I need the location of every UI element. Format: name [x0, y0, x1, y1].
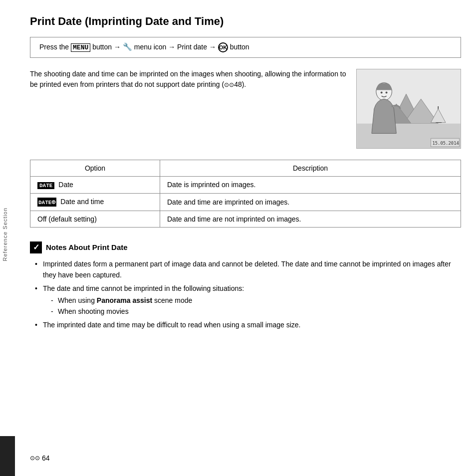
wrench-icon: 🔧 — [123, 42, 132, 51]
table-cell-desc-2: Date and time are imprinted on images. — [160, 193, 461, 211]
options-table: Option Description DATE Date Date is imp… — [30, 160, 461, 228]
ref-num: 48). — [234, 80, 246, 88]
sub-list: When using Panorama assist scene mode Wh… — [43, 295, 461, 317]
date-badge-1: DATE — [37, 182, 54, 189]
sidebar: Reference Section — [0, 150, 10, 319]
svg-point-10 — [386, 92, 388, 94]
notes-list: Imprinted dates form a permanent part of… — [30, 258, 461, 330]
footer: ⊙⊙ 64 — [30, 454, 50, 462]
table-row: Off (default setting) Date and time are … — [30, 211, 461, 227]
table-header-description: Description — [160, 160, 461, 177]
notes-title: Notes About Print Date — [46, 243, 128, 251]
sub-text-2: When shooting movies — [58, 307, 129, 315]
table-row: DATE Date Date is imprinted on images. — [30, 177, 461, 193]
checkmark-icon: ✓ — [30, 241, 42, 253]
note-text-2: The date and time cannot be imprinted in… — [43, 284, 244, 292]
footer-page-number: 64 — [42, 454, 50, 462]
table-cell-option-1: DATE Date — [30, 177, 160, 193]
note-text-1: Imprinted dates form a permanent part of… — [43, 260, 451, 279]
note-item-3: The imprinted date and time may be diffi… — [35, 319, 461, 330]
table-cell-option-3: Off (default setting) — [30, 211, 160, 227]
sub-text-1c: scene mode — [152, 296, 192, 304]
page-content: Print Date (Imprinting Date and Time) Pr… — [30, 15, 461, 330]
main-section: The shooting date and time can be imprin… — [30, 69, 461, 149]
instruction-suffix: button — [230, 43, 249, 51]
instruction-prefix: Press the — [39, 43, 71, 51]
table-header-option: Option — [30, 160, 160, 177]
sidebar-label: Reference Section — [2, 208, 8, 261]
sub-item-2: When shooting movies — [51, 306, 461, 317]
notes-section: ✓ Notes About Print Date Imprinted dates… — [30, 241, 461, 330]
note-item-2: The date and time cannot be imprinted in… — [35, 283, 461, 317]
sub-text-1a: When using — [58, 296, 97, 304]
footer-symbol: ⊙⊙ — [30, 455, 40, 462]
instruction-middle: button → — [92, 43, 123, 51]
note-item-1: Imprinted dates form a permanent part of… — [35, 258, 461, 281]
instruction-box: Press the MENU button → 🔧 menu icon → Pr… — [30, 37, 461, 58]
notes-header: ✓ Notes About Print Date — [30, 241, 461, 253]
main-description: The shooting date and time can be imprin… — [30, 69, 346, 149]
page-title: Print Date (Imprinting Date and Time) — [30, 15, 461, 28]
sub-item-1: When using Panorama assist scene mode — [51, 295, 461, 306]
ok-button-badge: OK — [218, 42, 228, 52]
instruction-menu-icon: menu icon → Print date → — [134, 43, 218, 51]
table-cell-desc-3: Date and time are not imprinted on image… — [160, 211, 461, 227]
camera-illustration: 15.05.2014 — [356, 69, 461, 149]
option-label-1: Date — [58, 181, 73, 189]
date-badge-2: DATE⊕ — [37, 198, 56, 207]
sub-text-1b: Panorama assist — [97, 296, 152, 304]
illustration-svg: 15.05.2014 — [357, 69, 461, 148]
option-label-3: Off (default setting) — [37, 215, 97, 223]
svg-point-9 — [381, 92, 383, 94]
checkmark-symbol: ✓ — [33, 243, 39, 251]
option-label-2: Date and time — [60, 198, 104, 206]
table-row: DATE⊕ Date and time Date and time are im… — [30, 193, 461, 211]
note-text-3: The imprinted date and time may be diffi… — [43, 321, 300, 329]
ref-symbol: ⊙⊙ — [224, 81, 234, 88]
table-cell-desc-1: Date is imprinted on images. — [160, 177, 461, 193]
description-text: The shooting date and time can be imprin… — [30, 70, 346, 88]
svg-text:15.05.2014: 15.05.2014 — [432, 141, 459, 146]
table-cell-option-2: DATE⊕ Date and time — [30, 193, 160, 211]
sidebar-black-tab — [0, 436, 15, 476]
menu-button-badge: MENU — [71, 43, 90, 52]
